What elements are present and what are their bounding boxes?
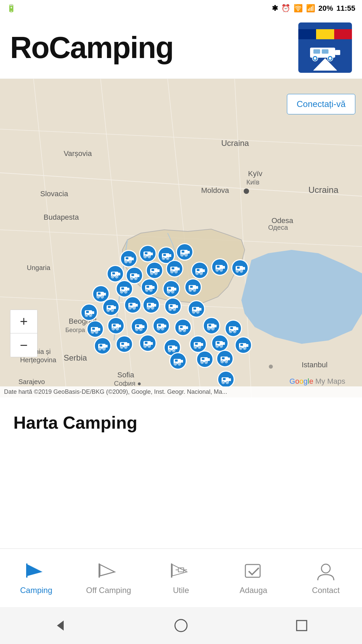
camping-pin[interactable] <box>163 280 180 298</box>
login-button[interactable]: Conectați-vă <box>287 94 355 114</box>
svg-rect-141 <box>153 286 155 289</box>
svg-point-201 <box>197 311 198 313</box>
camping-pin[interactable] <box>235 336 252 354</box>
map-attribution: Date hartă ©2019 GeoBasis-DE/BKG (©2009)… <box>0 386 362 397</box>
svg-rect-246 <box>236 327 238 330</box>
back-button[interactable] <box>49 614 72 637</box>
svg-rect-329 <box>26 564 27 578</box>
svg-rect-97 <box>152 269 154 271</box>
recent-button[interactable] <box>290 614 313 637</box>
camping-pin[interactable] <box>131 318 148 335</box>
camping-pin[interactable] <box>124 296 141 314</box>
camping-pin[interactable] <box>142 296 160 314</box>
svg-rect-216 <box>113 324 116 326</box>
camping-pin[interactable] <box>211 334 229 352</box>
svg-rect-328 <box>223 378 226 380</box>
svg-point-306 <box>179 363 180 365</box>
svg-point-283 <box>195 346 196 348</box>
svg-rect-321 <box>222 357 225 359</box>
camping-pin[interactable] <box>116 335 133 353</box>
camping-pin[interactable] <box>116 280 133 298</box>
camping-pin[interactable] <box>191 262 208 279</box>
signal-icon: 📶 <box>306 4 315 13</box>
svg-rect-218 <box>142 325 144 328</box>
map-container[interactable]: Budapesta Ungaria Bosnia și Herțegovina … <box>0 79 362 397</box>
nav-label-camping: Camping <box>20 586 52 595</box>
svg-rect-7 <box>322 49 328 54</box>
svg-point-234 <box>180 330 181 331</box>
svg-point-187 <box>152 307 153 309</box>
svg-point-236 <box>184 330 185 331</box>
svg-rect-55 <box>126 257 128 259</box>
mountain-icon <box>312 58 339 71</box>
app-logo <box>298 22 352 73</box>
camping-pin[interactable] <box>169 352 187 370</box>
svg-point-171 <box>108 310 109 311</box>
svg-point-87 <box>131 278 132 279</box>
nav-item-contact[interactable]: Contact <box>290 561 362 595</box>
svg-rect-335 <box>245 565 260 577</box>
camping-pin[interactable] <box>153 317 170 334</box>
svg-point-145 <box>150 289 152 291</box>
svg-rect-272 <box>145 342 147 344</box>
camping-pin[interactable] <box>203 317 220 334</box>
camping-pin[interactable] <box>107 317 125 334</box>
svg-point-129 <box>98 296 99 298</box>
camping-pin[interactable] <box>102 299 120 316</box>
camping-pin[interactable] <box>94 337 111 355</box>
zoom-in-button[interactable]: + <box>10 310 37 333</box>
camping-pin[interactable] <box>166 260 183 277</box>
svg-rect-302 <box>181 360 183 363</box>
camping-pin[interactable] <box>225 320 242 337</box>
home-button[interactable] <box>169 614 193 637</box>
nav-item-off-camping[interactable]: Off Camping <box>72 561 145 595</box>
camping-pin[interactable] <box>216 350 234 367</box>
svg-point-89 <box>135 278 136 279</box>
svg-text:Sarajevo: Sarajevo <box>18 378 45 385</box>
camping-pin[interactable] <box>174 319 192 336</box>
camping-pin[interactable] <box>141 278 158 296</box>
camping-pin[interactable] <box>146 262 163 279</box>
camping-pin[interactable] <box>231 259 249 277</box>
camping-pin[interactable] <box>107 265 124 282</box>
svg-point-336 <box>321 564 330 573</box>
camping-pin[interactable] <box>139 245 157 262</box>
svg-text:Istanbul: Istanbul <box>302 361 327 369</box>
svg-point-257 <box>103 348 105 350</box>
svg-point-243 <box>212 328 214 329</box>
svg-text:Herțegovina: Herțegovina <box>20 356 57 364</box>
camping-pin[interactable] <box>188 300 205 318</box>
camping-pin[interactable] <box>164 298 182 315</box>
camping-pin[interactable] <box>80 304 98 321</box>
svg-rect-62 <box>145 252 147 254</box>
status-right: ✱ ⏰ 🛜 📶 20% 11:55 <box>272 4 355 13</box>
app-header: RoCamping <box>0 17 362 79</box>
svg-rect-188 <box>148 304 151 306</box>
camping-pin[interactable] <box>86 320 104 338</box>
camping-pin[interactable] <box>217 371 235 388</box>
nav-item-utile[interactable]: Utile <box>145 561 217 595</box>
camping-pin[interactable] <box>211 258 229 276</box>
camping-pin[interactable] <box>176 243 193 261</box>
section-title: Harta Camping <box>13 413 137 432</box>
svg-point-152 <box>172 291 173 292</box>
svg-rect-92 <box>158 269 160 272</box>
svg-rect-232 <box>186 326 188 329</box>
camping-pin[interactable] <box>184 278 202 296</box>
svg-rect-202 <box>193 308 196 310</box>
svg-rect-169 <box>114 306 116 309</box>
svg-rect-190 <box>176 305 178 308</box>
camping-pin[interactable] <box>139 334 157 352</box>
nav-item-adauga[interactable]: Adauga <box>217 561 290 595</box>
adauga-nav-icon <box>242 561 265 583</box>
svg-rect-195 <box>170 305 173 307</box>
svg-rect-1 <box>335 50 340 55</box>
zoom-out-button[interactable]: − <box>10 333 37 357</box>
nav-item-camping[interactable]: Camping <box>0 561 72 595</box>
camping-pin[interactable] <box>196 351 214 368</box>
svg-point-131 <box>102 296 103 298</box>
camping-pin[interactable] <box>120 250 137 267</box>
svg-rect-76 <box>182 251 184 253</box>
svg-point-75 <box>185 254 187 256</box>
svg-point-311 <box>201 362 203 363</box>
